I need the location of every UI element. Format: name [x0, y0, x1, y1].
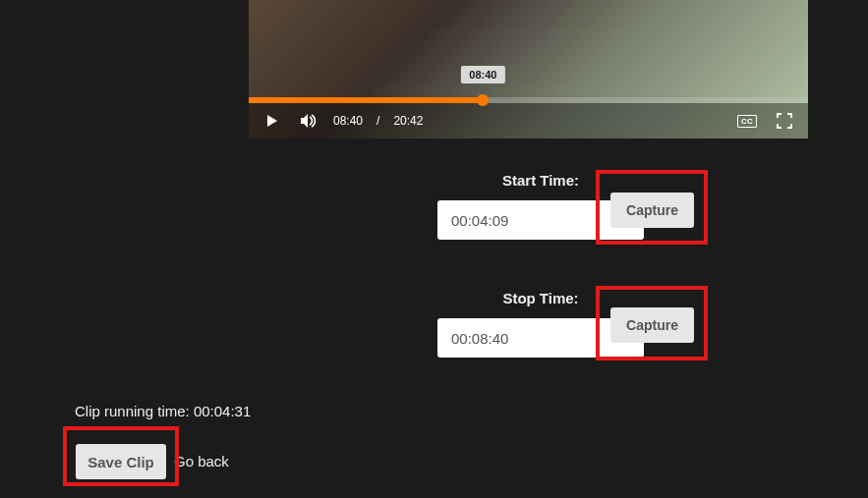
- video-player[interactable]: 08:40 08:40 / 20:42 CC: [249, 0, 808, 138]
- video-progress-filled: [249, 97, 483, 103]
- running-time-value: 00:04:31: [194, 403, 251, 419]
- annotation-start-highlight: [596, 170, 708, 245]
- video-time-separator: /: [376, 114, 379, 128]
- annotation-stop-highlight: [596, 286, 708, 360]
- running-time-prefix: Clip running time:: [75, 403, 194, 419]
- volume-icon[interactable]: [294, 107, 321, 135]
- go-back-link[interactable]: Go back: [174, 453, 229, 470]
- video-seek-tooltip: 08:40: [461, 66, 504, 83]
- fullscreen-icon[interactable]: [771, 107, 798, 135]
- clip-running-time: Clip running time: 00:04:31: [75, 403, 251, 419]
- video-control-bar: 08:40 08:40 / 20:42 CC: [249, 103, 808, 138]
- video-total-time: 20:42: [393, 114, 423, 128]
- video-progress-track[interactable]: 08:40: [249, 97, 808, 103]
- video-time-display: 08:40 / 20:42: [333, 114, 423, 128]
- play-icon[interactable]: [259, 107, 286, 135]
- cc-icon: CC: [737, 115, 756, 128]
- closed-captions-button[interactable]: CC: [733, 107, 761, 135]
- video-current-time: 08:40: [333, 114, 363, 128]
- annotation-save-highlight: [63, 426, 179, 486]
